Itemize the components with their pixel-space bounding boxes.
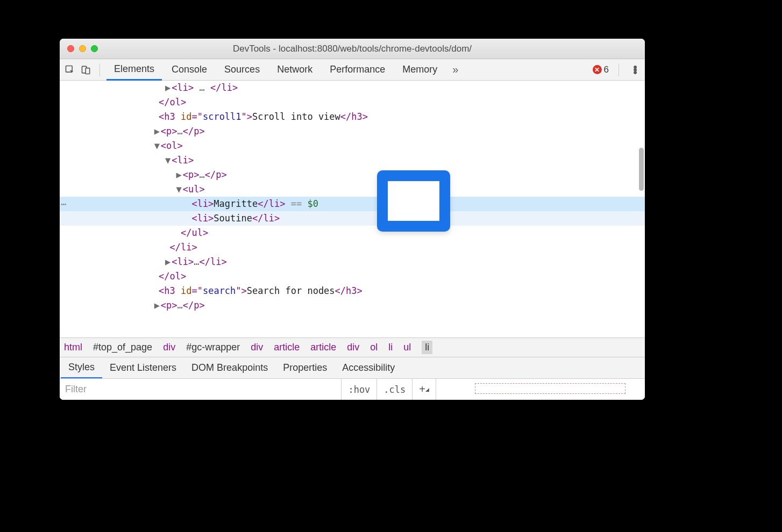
dom-node[interactable]: <h3 id="search">Search for nodes</h3> (60, 284, 645, 298)
svg-rect-2 (86, 68, 90, 74)
traffic-lights (60, 45, 98, 52)
dom-node-selected[interactable]: ⋯ <li>Magritte</li> == $0 (60, 197, 645, 211)
dom-node[interactable]: ▶<p>…</p> (60, 298, 645, 313)
error-icon: ✕ (593, 65, 602, 74)
dom-node[interactable]: </ol> (60, 269, 645, 284)
titlebar: DevTools - localhost:8080/web/tools/chro… (60, 39, 645, 59)
dom-node[interactable]: </li> (60, 240, 645, 255)
dom-node[interactable]: ▶<p>…</p> (60, 168, 645, 182)
window-title: DevTools - localhost:8080/web/tools/chro… (60, 44, 645, 54)
toggle-hover-button[interactable]: :hov (342, 379, 377, 400)
dom-node[interactable]: ▼<ol> (60, 139, 645, 153)
crumb-top-of-page[interactable]: #top_of_page (93, 342, 152, 353)
minimize-window-button[interactable] (79, 45, 86, 52)
dom-node[interactable]: <h3 id="scroll1">Scroll into view</h3> (60, 110, 645, 124)
dom-node[interactable]: </ol> (60, 95, 645, 110)
scrollbar-thumb[interactable] (639, 148, 644, 191)
dom-node[interactable]: ▼<ul> (60, 182, 645, 197)
crumb-li-selected[interactable]: li (422, 341, 432, 354)
styles-filter-input[interactable] (60, 379, 342, 400)
highlight-overlay-icon (377, 170, 450, 232)
tab-network[interactable]: Network (269, 59, 320, 81)
dom-breadcrumbs: html #top_of_page div #gc-wrapper div ar… (60, 337, 645, 357)
main-toolbar: Elements Console Sources Network Perform… (60, 59, 645, 81)
crumb-div[interactable]: div (347, 342, 359, 353)
tab-dom-breakpoints[interactable]: DOM Breakpoints (184, 357, 275, 379)
tab-sources[interactable]: Sources (217, 59, 267, 81)
crumb-ol[interactable]: ol (370, 342, 378, 353)
computed-box-model (436, 379, 642, 400)
devtools-window: DevTools - localhost:8080/web/tools/chro… (60, 39, 645, 400)
new-style-rule-button[interactable]: +◢ (413, 379, 436, 400)
inspect-element-icon[interactable] (63, 63, 77, 77)
zoom-window-button[interactable] (91, 45, 98, 52)
tab-event-listeners[interactable]: Event Listeners (102, 357, 184, 379)
crumb-article[interactable]: article (310, 342, 336, 353)
more-tabs-icon[interactable]: » (447, 63, 464, 76)
toggle-classes-button[interactable]: .cls (377, 379, 413, 400)
crumb-html[interactable]: html (64, 342, 82, 353)
tab-accessibility[interactable]: Accessibility (335, 357, 402, 379)
dom-node[interactable]: </ul> (60, 226, 645, 240)
dom-node[interactable]: <li>Soutine</li> (60, 211, 645, 226)
crumb-article[interactable]: article (274, 342, 300, 353)
tab-styles[interactable]: Styles (61, 357, 102, 379)
crumb-div[interactable]: div (163, 342, 175, 353)
tab-memory[interactable]: Memory (395, 59, 445, 81)
sidebar-tabs: Styles Event Listeners DOM Breakpoints P… (60, 357, 645, 378)
separator (99, 63, 100, 76)
close-window-button[interactable] (67, 45, 74, 52)
tab-elements[interactable]: Elements (106, 59, 162, 81)
separator (619, 63, 619, 76)
error-count: 6 (604, 64, 609, 75)
error-count-badge[interactable]: ✕ 6 (593, 64, 609, 75)
crumb-ul[interactable]: ul (403, 342, 411, 353)
dom-node[interactable]: ▶<li> … </li> (60, 81, 645, 95)
device-toolbar-icon[interactable] (79, 63, 93, 77)
crumb-li[interactable]: li (388, 342, 393, 353)
tab-performance[interactable]: Performance (322, 59, 393, 81)
tab-properties[interactable]: Properties (275, 357, 335, 379)
box-model-margin (475, 383, 625, 394)
dom-node[interactable]: ▼<li> (60, 153, 645, 168)
dom-node[interactable]: ▶<p>…</p> (60, 124, 645, 139)
dom-tree[interactable]: ▶<li> … </li> </ol> <h3 id="scroll1">Scr… (60, 81, 645, 337)
crumb-div[interactable]: div (251, 342, 263, 353)
styles-filter-bar: :hov .cls +◢ (60, 378, 645, 400)
dom-node[interactable]: ▶<li>…</li> (60, 255, 645, 269)
tab-console[interactable]: Console (164, 59, 215, 81)
crumb-gc-wrapper[interactable]: #gc-wrapper (186, 342, 240, 353)
settings-kebab-icon[interactable]: ••• (629, 66, 642, 74)
